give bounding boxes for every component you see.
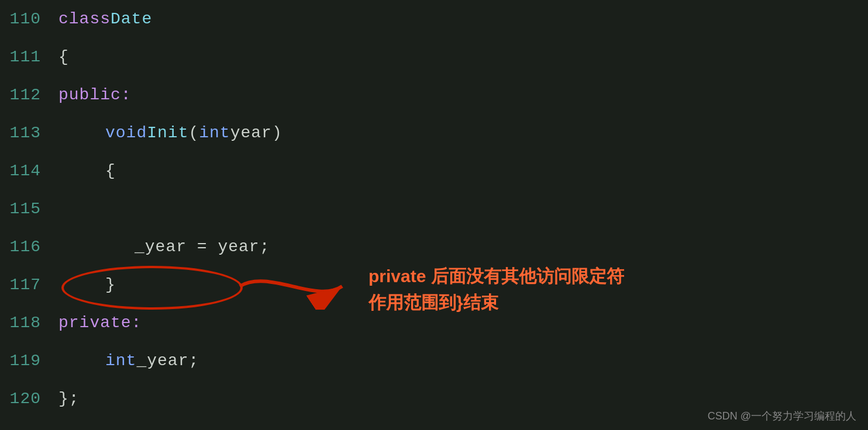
param-year: year)	[230, 124, 283, 142]
classname-date: Date	[111, 10, 152, 28]
line-number-120: 120	[0, 390, 58, 408]
code-line-115: 115	[0, 190, 868, 228]
line-content-114: {	[58, 162, 116, 180]
line-content-119: int _year;	[58, 352, 199, 370]
keyword-int-param: int	[199, 124, 230, 142]
annotation-line2: 作用范围到}结束	[368, 289, 624, 315]
code-line-112: 112 public:	[0, 76, 868, 114]
code-line-113: 113 void Init(int year)	[0, 114, 868, 152]
line-content-112: public:	[58, 86, 132, 104]
code-container: 110 class Date 111 { 112 public: 113 voi…	[0, 0, 868, 430]
line-content-120: };	[58, 390, 80, 408]
keyword-public: public:	[58, 86, 132, 104]
line-content-117: }	[58, 276, 116, 294]
code-line-110: 110 class Date	[0, 0, 868, 38]
line-number-119: 119	[0, 352, 58, 370]
line-content-113: void Init(int year)	[58, 124, 283, 142]
annotation-line1: private 后面没有其他访问限定符	[368, 263, 624, 289]
code-line-116: 116 _year = year;	[0, 228, 868, 266]
line-content-110: class Date	[58, 10, 152, 28]
keyword-int-field: int	[105, 352, 136, 370]
line-number-118: 118	[0, 314, 58, 332]
brace-open: {	[58, 48, 69, 66]
line-number-121: 121	[0, 428, 58, 430]
annotation-text: private 后面没有其他访问限定符 作用范围到}结束	[368, 263, 624, 315]
line-number-117: 117	[0, 276, 58, 294]
class-close: };	[58, 390, 80, 408]
line-number-115: 115	[0, 200, 58, 218]
code-line-114: 114 {	[0, 152, 868, 190]
function-init: Init	[147, 124, 188, 142]
line-number-114: 114	[0, 162, 58, 180]
keyword-private: private:	[58, 314, 142, 332]
keyword-class: class	[58, 10, 111, 28]
code-line-111: 111 {	[0, 38, 868, 76]
line-number-110: 110	[0, 10, 58, 28]
keyword-void: void	[105, 124, 147, 142]
line-number-116: 116	[0, 238, 58, 256]
watermark: CSDN @一个努力学习编程的人	[708, 409, 856, 423]
code-line-119: 119 int _year;	[0, 342, 868, 380]
assignment-year: _year = year;	[135, 238, 270, 256]
line-number-111: 111	[0, 48, 58, 66]
line-content-118: private:	[58, 314, 142, 332]
line-content-111: {	[58, 48, 69, 66]
line-content-116: _year = year;	[58, 238, 270, 256]
brace-open-fn: {	[105, 162, 116, 180]
line-number-112: 112	[0, 86, 58, 104]
brace-close-fn: }	[105, 276, 116, 294]
paren-open: (	[188, 124, 199, 142]
line-number-113: 113	[0, 124, 58, 142]
field-year: _year;	[136, 352, 199, 370]
